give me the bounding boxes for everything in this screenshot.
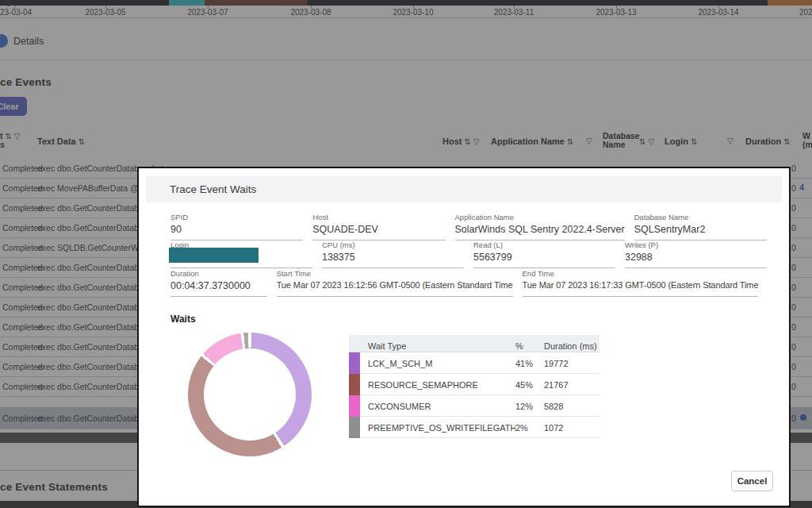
wait-duration: 21767 bbox=[544, 380, 599, 390]
field-value: 32988 bbox=[625, 252, 767, 263]
wait-type: PREEMPTIVE_OS_WRITEFILEGATHER bbox=[368, 423, 515, 433]
wait-type: RESOURCE_SEMAPHORE bbox=[368, 380, 515, 390]
app-window: 0 23-03-04 2023-03-05 2023-03-07 2023-03… bbox=[0, 0, 812, 508]
field-label: Read (L) bbox=[473, 241, 615, 249]
dialog-header: Trace Event Waits bbox=[146, 176, 782, 202]
field-value: 00:04:37.3730000 bbox=[170, 280, 267, 291]
waits-col-duration: Duration (ms) bbox=[544, 341, 599, 351]
wait-type: LCK_M_SCH_M bbox=[368, 359, 515, 368]
field-spid: SPID 90 bbox=[170, 210, 303, 241]
wait-type: CXCONSUMER bbox=[368, 402, 515, 411]
field-read-l: Read (L) 5563799 bbox=[473, 237, 615, 268]
field-label: Application Name bbox=[455, 213, 625, 221]
field-duration: Duration 00:04:37.3730000 bbox=[170, 266, 267, 297]
field-start-time: Start Time Tue Mar 07 2023 16:12:56 GMT-… bbox=[277, 266, 513, 297]
field-value: Tue Mar 07 2023 16:12:56 GMT-0500 (Easte… bbox=[277, 280, 513, 290]
field-label: Database Name bbox=[634, 213, 767, 221]
waits-table-row: CXCONSUMER 12% 5828 bbox=[349, 395, 599, 417]
waits-table-row: LCK_M_SCH_M 41% 19772 bbox=[349, 352, 599, 374]
field-label: Start Time bbox=[277, 269, 513, 278]
wait-pct: 45% bbox=[515, 380, 544, 390]
detail-fields-row-1: SPID 90 Host SQUADE-DEV Application Name… bbox=[170, 210, 767, 241]
wait-color-swatch bbox=[349, 374, 360, 395]
field-cpu-ms: CPU (ms) 138375 bbox=[322, 237, 464, 268]
wait-color-swatch bbox=[349, 417, 360, 438]
wait-pct: 41% bbox=[515, 359, 544, 368]
wait-duration: 1072 bbox=[544, 423, 599, 433]
login-redaction-bar bbox=[169, 248, 259, 263]
waits-col-pct: % bbox=[515, 341, 544, 351]
wait-color-swatch bbox=[349, 352, 360, 374]
cancel-button[interactable]: Cancel bbox=[731, 471, 773, 491]
field-value: SQUADE-DEV bbox=[312, 224, 445, 235]
wait-duration: 5828 bbox=[544, 402, 599, 411]
field-database-name: Database Name SQLSentryMar2 bbox=[634, 210, 767, 241]
field-label: SPID bbox=[170, 213, 303, 221]
waits-table: Wait Type % Duration (ms) LCK_M_SCH_M 41… bbox=[349, 335, 599, 438]
field-label: End Time bbox=[523, 269, 759, 278]
field-label: Duration bbox=[170, 269, 267, 278]
dialog-title: Trace Event Waits bbox=[170, 183, 256, 195]
field-application-name: Application Name SolarWinds SQL Sentry 2… bbox=[455, 210, 625, 241]
waits-table-row: PREEMPTIVE_OS_WRITEFILEGATHER 2% 1072 bbox=[349, 417, 599, 438]
wait-pct: 12% bbox=[515, 402, 544, 411]
field-label: CPU (ms) bbox=[322, 241, 464, 249]
field-value: SQLSentryMar2 bbox=[634, 224, 767, 235]
field-value: 138375 bbox=[322, 252, 464, 263]
donut-hole bbox=[204, 348, 296, 441]
waits-donut-chart[interactable] bbox=[188, 333, 312, 456]
field-label: Host bbox=[312, 213, 445, 221]
field-host: Host SQUADE-DEV bbox=[312, 210, 445, 241]
field-label: Writes (P) bbox=[625, 241, 767, 249]
field-value: SolarWinds SQL Sentry 2022.4-Server bbox=[455, 224, 625, 235]
field-writes-p: Writes (P) 32988 bbox=[625, 237, 767, 268]
detail-fields-row-2: Login CPU (ms) 138375 Read (L) 5563799 W… bbox=[170, 237, 767, 268]
waits-table-header: Wait Type % Duration (ms) bbox=[349, 335, 599, 352]
waits-col-type: Wait Type bbox=[368, 341, 515, 351]
trace-event-waits-dialog: Trace Event Waits SPID 90 Host SQUADE-DE… bbox=[137, 167, 791, 507]
waits-section-label: Waits bbox=[170, 314, 196, 325]
field-value: 90 bbox=[170, 224, 303, 235]
field-login: Login bbox=[170, 237, 312, 268]
wait-pct: 2% bbox=[515, 423, 544, 433]
wait-duration: 19772 bbox=[544, 359, 599, 368]
detail-fields-row-3: Duration 00:04:37.3730000 Start Time Tue… bbox=[170, 266, 767, 297]
field-end-time: End Time Tue Mar 07 2023 16:17:33 GMT-05… bbox=[523, 266, 759, 297]
field-value: Tue Mar 07 2023 16:17:33 GMT-0500 (Easte… bbox=[523, 280, 759, 290]
field-value: 5563799 bbox=[473, 252, 615, 263]
waits-table-row: RESOURCE_SEMAPHORE 45% 21767 bbox=[349, 374, 599, 395]
wait-color-swatch bbox=[349, 395, 360, 417]
